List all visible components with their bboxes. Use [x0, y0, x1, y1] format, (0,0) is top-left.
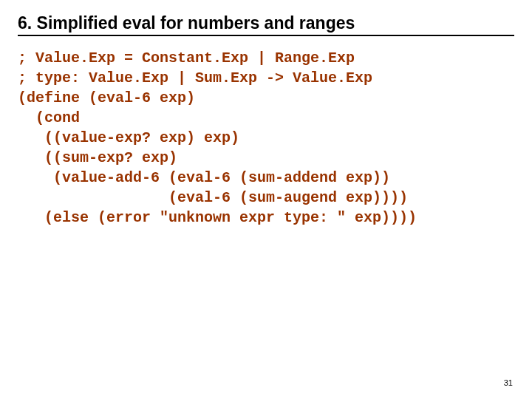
page-number: 31 [504, 378, 513, 387]
code-line: (value-add-6 (eval-6 (sum-addend exp)) [18, 169, 390, 186]
code-line: (else (error "unknown expr type: " exp))… [18, 209, 417, 226]
code-block: ; Value.Exp = Constant.Exp | Range.Exp ;… [18, 48, 514, 228]
slide-title: 6. Simplified eval for numbers and range… [18, 13, 514, 33]
code-line: ((sum-exp? exp) [18, 149, 177, 166]
code-line: ; type: Value.Exp | Sum.Exp -> Value.Exp [18, 69, 372, 86]
code-line: (eval-6 (sum-augend exp)))) [18, 189, 408, 206]
title-rule [18, 35, 514, 36]
slide: 6. Simplified eval for numbers and range… [0, 0, 532, 399]
code-line: ((value-exp? exp) exp) [18, 129, 239, 146]
code-line: (cond [18, 109, 80, 126]
code-line: (define (eval-6 exp) [18, 89, 195, 106]
code-line: ; Value.Exp = Constant.Exp | Range.Exp [18, 50, 355, 66]
